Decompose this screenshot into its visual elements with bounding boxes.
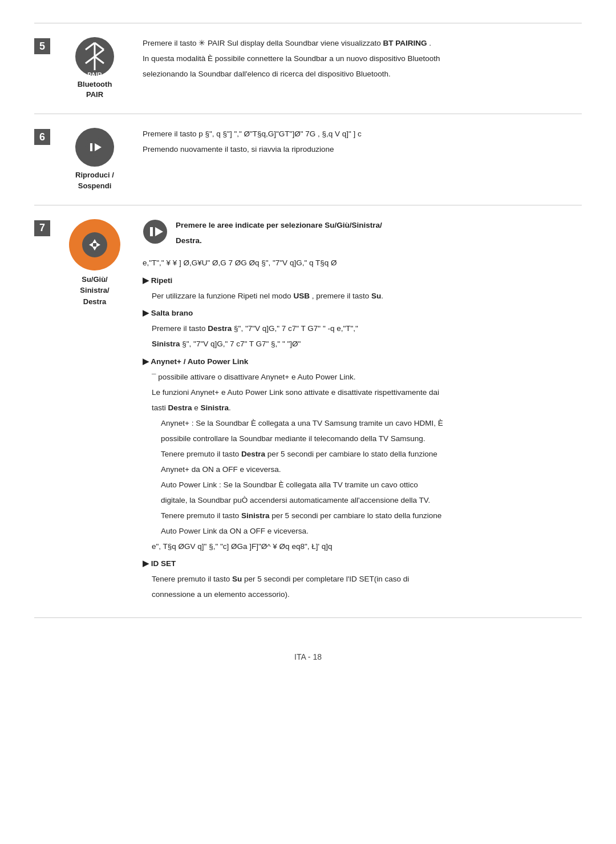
anynet-line10: Tenere premuto il tasto Sinistra per 5 s… [161,510,582,523]
section-7-content: Premere le aree indicate per selezionare… [143,219,582,604]
svg-rect-9 [90,143,92,151]
idset-title: ▶ ID SET [143,558,582,571]
directional-icon [69,219,120,270]
ripeti-title: ▶ Ripeti [143,274,582,288]
section-5-line2: In questa modalità È possibile connetter… [143,53,582,66]
section-5-line3: selezionando la Soundbar dall'elenco di … [143,68,582,81]
directional-label: Su/Giù/ Sinistra/ Destra [80,274,109,308]
anynet-line3: tasti Destra e Sinistra. [152,402,582,415]
section-7-top-row: Premere le aree indicate per selezionare… [143,219,582,250]
section-number-5: 5 [34,38,50,54]
anynet-title: ▶ Anynet+ / Auto Power Link [143,356,582,369]
anynet-line6: Tenere premuto il tasto Destra per 5 sec… [161,448,582,461]
idset-line2: connessione a un elemento accessorio). [152,588,582,601]
play-pause-icon [75,128,114,167]
section-6-line2: Premendo nuovamente il tasto, si riavvia… [143,143,582,156]
directional-svg [86,236,103,253]
anynet-line1: ¯ possibile attivare o disattivare Anyne… [152,371,582,384]
section-6: 6 Riproduci / Sospendi Premere il tasto … [34,114,582,204]
section-7-body-line1: e,"T"," ¥ ¥ ] Ø,G¥U" Ø,G 7 ØG Øq §", "7"… [143,257,582,270]
section-7: 7 Su/Giù/ Sinistra/ Destra [34,205,582,618]
salta-brano-title: ▶ Salta brano [143,307,582,320]
salta-brano-line1: Premere il tasto Destra §", "7"V q]G," 7… [152,322,582,336]
play-pause-svg [84,137,105,158]
ripeti-line1: Per utilizzare la funzione Ripeti nel mo… [152,290,582,303]
directional-inner [82,232,107,257]
section-5: 5 PAIR Bluetooth PAIR Premere il tasto ✳… [34,23,582,114]
section-6-content: Premere il tasto p §", q §"] "," Ø"T§q,G… [143,128,582,159]
idset-line1: Tenere premuto il tasto Su per 5 secondi… [152,573,582,586]
bluetooth-pair-icon: PAIR [75,37,114,76]
section-5-content: Premere il tasto ✳ PAIR Sul display dell… [143,37,582,83]
anynet-line11: Auto Power Link da ON a OFF e viceversa. [161,525,582,538]
section-6-line1: Premere il tasto p §", q §"] "," Ø"T§q,G… [143,128,582,141]
svg-rect-17 [150,227,153,236]
section-number-7: 7 [34,220,50,236]
page-footer: ITA - 18 [34,652,582,661]
svg-text:PAIR: PAIR [87,71,102,76]
anynet-line8: Auto Power Link : Se la Soundbar È colle… [161,479,582,492]
section-5-icon-col: PAIR Bluetooth PAIR [60,37,129,100]
section-7-top-desc: Premere le aree indicate per selezionare… [176,219,382,250]
bluetooth-label: Bluetooth PAIR [78,79,112,100]
anynet-line4: Anynet+ : Se la Soundbar È collegata a u… [161,417,582,430]
anynet-line12: e", T§q ØGV q]" §," "c] ØGa ]F]"Ø^ ¥ Øq … [152,540,582,554]
anynet-line9: digitale, la Soundbar puÒ accendersi aut… [161,494,582,507]
section-number-6: 6 [34,129,50,145]
play-pause-label: Riproduci / Sospendi [75,170,114,191]
anynet-line5: possibile controllare la Soundbar median… [161,433,582,446]
small-play-svg [143,219,168,244]
bottom-divider [34,617,582,618]
section-7-icon-col: Su/Giù/ Sinistra/ Destra [60,219,129,308]
section-6-icon-col: Riproduci / Sospendi [60,128,129,191]
section-5-line1: Premere il tasto ✳ PAIR Sul display dell… [143,37,582,50]
section-7-small-icon [143,219,168,249]
salta-brano-line2: Sinistra §", "7"V q]G," 7 c7" T G7" §," … [152,338,582,351]
bluetooth-svg-icon: PAIR [75,37,114,76]
anynet-line2: Le funzioni Anynet+ e Auto Power Link so… [152,386,582,399]
anynet-line7: Anynet+ da ON a OFF e viceversa. [161,463,582,476]
